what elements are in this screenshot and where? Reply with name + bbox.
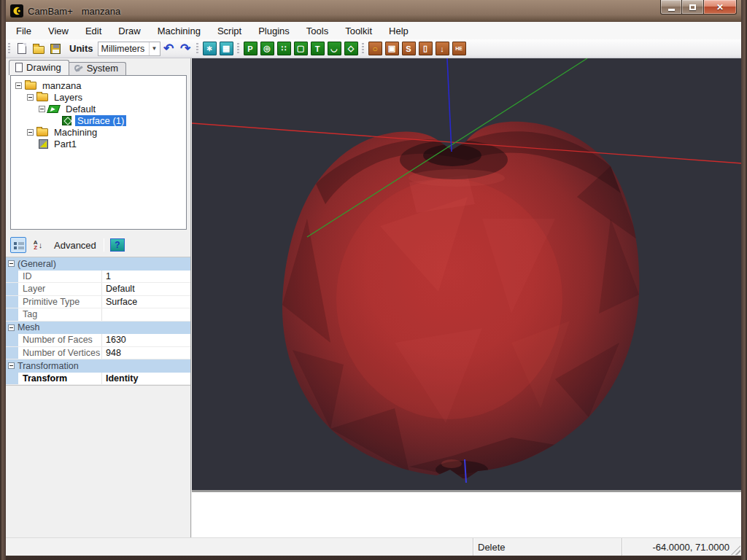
category-general[interactable]: (General) <box>6 257 190 271</box>
tab-drawing[interactable]: Drawing <box>9 60 69 75</box>
open-file-button[interactable] <box>31 41 46 56</box>
menu-help[interactable]: Help <box>382 23 415 39</box>
draw-surface-button[interactable]: ◇ <box>344 41 359 56</box>
advanced-button[interactable]: Advanced <box>54 240 96 251</box>
tree-item-manzana[interactable]: manzana <box>11 79 186 91</box>
collapse-icon[interactable] <box>8 260 15 267</box>
z-axis-line <box>447 58 452 152</box>
tree-item-surface[interactable]: Surface (1) <box>11 114 186 126</box>
menu-tools[interactable]: Tools <box>300 23 335 39</box>
draw-circle-button[interactable]: ◎ <box>260 41 275 56</box>
close-button[interactable]: ✕ <box>703 0 737 15</box>
collapse-icon[interactable] <box>8 362 15 369</box>
category-mesh[interactable]: Mesh <box>6 322 190 335</box>
property-row-primitive-type[interactable]: Primitive Type Surface <box>6 296 190 309</box>
property-label: Number of Vertices <box>18 347 102 359</box>
property-value[interactable]: Default <box>102 284 190 294</box>
maximize-button[interactable] <box>682 0 703 15</box>
minimize-button[interactable] <box>660 0 682 15</box>
client-area: Drawing System manzana Layers <box>6 58 741 537</box>
panel-tabs: Drawing System <box>9 60 126 75</box>
menu-edit[interactable]: Edit <box>79 23 108 39</box>
draw-arc-button[interactable]: ◡ <box>327 41 342 56</box>
snap-button[interactable]: ∗ <box>202 41 217 56</box>
collapse-icon[interactable] <box>8 324 15 331</box>
toolbar-grip[interactable] <box>362 43 364 55</box>
chevron-down-icon[interactable]: ▼ <box>149 42 160 55</box>
help-button[interactable]: ? <box>110 238 125 252</box>
grid-toggle-button[interactable]: ▦ <box>219 41 234 56</box>
drill-op-icon: ↓ <box>436 42 449 55</box>
tree-item-default-layer[interactable]: Default <box>11 103 186 114</box>
pocket-op-button[interactable]: ▣ <box>384 41 400 56</box>
property-row-faces[interactable]: Number of Faces 1630 <box>6 334 190 347</box>
viewport-3d[interactable] <box>192 58 741 490</box>
lathe-op-button[interactable]: ▯ <box>418 41 433 56</box>
toolbar-grip[interactable] <box>196 43 198 55</box>
app-logo-icon <box>10 4 23 18</box>
menu-file[interactable]: File <box>9 23 38 39</box>
property-value[interactable]: 1630 <box>102 335 190 345</box>
draw-text-button[interactable]: T <box>310 41 325 56</box>
engrave-op-button[interactable]: S <box>401 41 417 56</box>
draw-points-button[interactable]: ∷ <box>276 41 292 56</box>
tree-item-machining[interactable]: Machining <box>11 126 186 138</box>
property-row-tag[interactable]: Tag <box>6 308 190 322</box>
save-icon <box>50 44 61 54</box>
nc-file-button[interactable]: HE <box>452 41 467 56</box>
left-panel: Drawing System manzana Layers <box>6 58 191 537</box>
tree-label: manzana <box>40 80 83 91</box>
units-dropdown[interactable]: Millimeters ▼ <box>98 42 160 56</box>
property-value[interactable]: Identity <box>102 373 190 384</box>
undo-button[interactable]: ↶ <box>161 41 177 56</box>
tree-item-part1[interactable]: Part1 <box>11 138 186 149</box>
alphabetical-sort-button[interactable]: AZ ↓ <box>29 237 47 253</box>
title-bar[interactable]: CamBam+manzana ✕ <box>6 0 741 22</box>
tree-item-layers[interactable]: Layers <box>11 91 186 103</box>
property-value[interactable]: Surface <box>102 297 190 307</box>
new-file-button[interactable] <box>14 41 29 56</box>
collapse-icon[interactable] <box>15 82 22 89</box>
drill-op-button[interactable]: ↓ <box>435 41 450 56</box>
category-label: Mesh <box>18 322 40 332</box>
collapse-icon[interactable] <box>27 129 34 136</box>
status-panel-left <box>6 538 473 556</box>
menu-view[interactable]: View <box>42 23 75 39</box>
categorized-view-button[interactable] <box>10 237 26 253</box>
save-file-button[interactable] <box>47 41 63 56</box>
toolbar-grip[interactable] <box>237 43 239 55</box>
drawing-tree: manzana Layers Default Surface (1) <box>10 75 187 230</box>
category-transformation[interactable]: Transformation <box>6 359 190 373</box>
draw-rectangle-button[interactable]: ▢ <box>293 41 309 56</box>
maximize-icon <box>689 4 696 10</box>
toolbar-separator <box>104 238 104 252</box>
draw-polyline-button[interactable]: P <box>243 41 258 56</box>
menu-draw[interactable]: Draw <box>112 23 147 39</box>
property-row-layer[interactable]: Layer Default <box>6 283 190 296</box>
sort-arrow-icon: ↓ <box>39 241 43 249</box>
tab-system[interactable]: System <box>68 62 126 75</box>
property-row-id[interactable]: ID 1 <box>6 271 190 284</box>
menu-machining[interactable]: Machining <box>151 23 207 39</box>
menu-plugins[interactable]: Plugins <box>252 23 296 39</box>
redo-button[interactable]: ↷ <box>178 41 193 56</box>
page-icon <box>15 63 23 72</box>
menu-bar: File View Edit Draw Machining Script Plu… <box>6 22 741 39</box>
property-value[interactable]: 1 <box>102 271 190 281</box>
collapse-icon[interactable] <box>39 106 45 112</box>
menu-toolkit[interactable]: Toolkit <box>338 23 379 39</box>
menu-script[interactable]: Script <box>211 23 248 39</box>
coordinates-text: -64.0000, 71.0000 <box>652 542 729 553</box>
profile-op-button[interactable]: ○ <box>368 41 383 56</box>
property-row-transform[interactable]: Transform Identity <box>6 373 190 386</box>
rectangle-icon: ▢ <box>294 42 308 55</box>
collapse-icon[interactable] <box>27 94 34 101</box>
property-value[interactable]: 948 <box>102 348 190 358</box>
toolbar-grip[interactable] <box>8 43 10 55</box>
nc-file-icon: HE <box>452 42 466 55</box>
surface-icon: ◇ <box>344 42 358 55</box>
folder-icon <box>36 128 48 136</box>
indent <box>6 283 18 295</box>
property-row-vertices[interactable]: Number of Vertices 948 <box>6 347 190 360</box>
tree-label-selected: Surface (1) <box>75 115 126 126</box>
